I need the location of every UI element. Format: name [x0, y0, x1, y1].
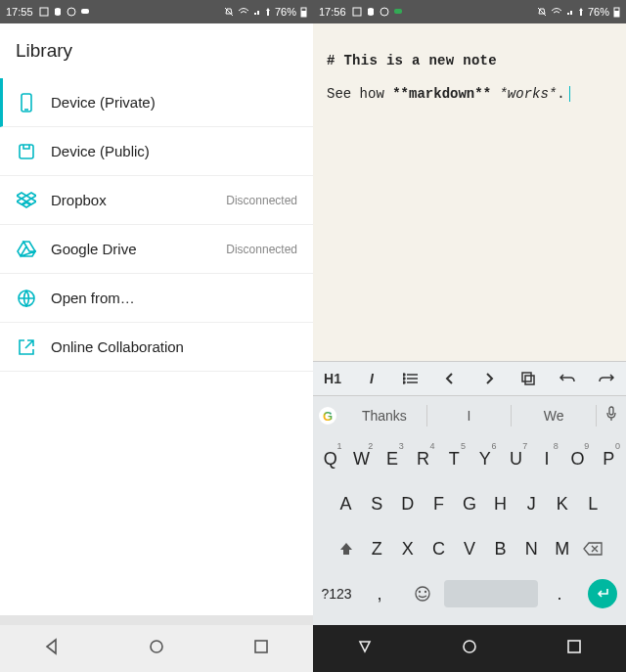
library-item-label: Online Collaboration	[51, 338, 297, 355]
key-space[interactable]	[444, 574, 538, 613]
key-symbols[interactable]: ?123	[315, 574, 358, 613]
signal-icon	[253, 7, 261, 17]
key-i[interactable]: 8I	[531, 439, 562, 478]
key-j[interactable]: J	[515, 484, 547, 523]
svg-point-1	[67, 8, 75, 16]
svg-point-25	[416, 587, 429, 601]
suggestion-3[interactable]: We	[512, 405, 597, 426]
evernote-icon	[366, 7, 376, 17]
status-time: 17:56	[319, 6, 346, 18]
svg-rect-10	[255, 641, 267, 652]
blank-bottom	[0, 615, 313, 625]
key-y[interactable]: 6Y	[470, 439, 501, 478]
toolbar-redo[interactable]	[587, 362, 626, 395]
google-search-icon[interactable]	[313, 407, 342, 425]
toolbar-italic[interactable]: I	[352, 362, 391, 395]
svg-rect-15	[614, 11, 619, 17]
android-nav-bar	[0, 625, 313, 672]
sync-icon	[67, 7, 76, 17]
sync-icon	[380, 7, 389, 17]
key-z[interactable]: Z	[361, 529, 392, 568]
toolbar-h1[interactable]: H1	[313, 362, 352, 395]
svg-rect-23	[525, 376, 534, 384]
nav-home[interactable]	[461, 638, 478, 659]
key-m[interactable]: M	[547, 529, 578, 568]
suggestion-1[interactable]: Thanks	[342, 405, 427, 426]
key-comma[interactable]: ,	[358, 574, 401, 613]
bell-off-icon	[537, 7, 547, 17]
svg-rect-11	[353, 8, 361, 16]
picture-icon	[352, 7, 362, 17]
status-left-icons	[352, 7, 403, 17]
nav-back[interactable]	[356, 638, 374, 659]
key-backspace[interactable]	[578, 529, 609, 568]
device-public-icon	[16, 141, 37, 162]
nav-recent[interactable]	[252, 638, 270, 659]
key-g[interactable]: G	[454, 484, 485, 523]
library-list: Device (Private) Device (Public) Dropbox…	[0, 78, 313, 372]
key-l[interactable]: L	[578, 484, 609, 523]
toolbar-prev[interactable]	[430, 362, 470, 395]
editor-italic: *works*	[499, 86, 557, 102]
library-item-label: Device (Private)	[51, 94, 297, 111]
svg-point-12	[380, 8, 388, 16]
editor-bold: **markdown**	[392, 86, 491, 102]
external-link-icon	[16, 336, 37, 358]
svg-point-20	[403, 378, 405, 380]
library-item-device-private[interactable]: Device (Private)	[0, 78, 313, 127]
library-item-open-from[interactable]: Open from…	[0, 274, 313, 323]
toolbar-copy[interactable]	[509, 362, 548, 395]
key-q[interactable]: 1Q	[315, 439, 346, 478]
blank-area	[0, 372, 313, 615]
library-item-google-drive[interactable]: Google Drive Disconnected	[0, 225, 313, 274]
key-p[interactable]: 0P	[593, 439, 624, 478]
library-item-dropbox[interactable]: Dropbox Disconnected	[0, 176, 313, 225]
library-item-device-public[interactable]: Device (Public)	[0, 127, 313, 176]
markdown-editor[interactable]: # This is a new note See how **markdown*…	[313, 23, 626, 361]
battery-percent: 76%	[588, 6, 609, 18]
key-n[interactable]: N	[515, 529, 547, 568]
nav-home[interactable]	[148, 638, 165, 659]
svg-rect-29	[568, 641, 580, 652]
key-row-1: 1Q 2W 3E 4R 5T 6Y 7U 8I 9O 0P	[315, 439, 624, 478]
suggestion-2[interactable]: I	[427, 405, 513, 426]
key-r[interactable]: 4R	[408, 439, 439, 478]
key-t[interactable]: 5T	[438, 439, 470, 478]
key-o[interactable]: 9O	[562, 439, 594, 478]
screen-editor: 17:56 76% # This is a new note See how *…	[313, 0, 626, 672]
key-f[interactable]: F	[424, 484, 455, 523]
toolbar-next[interactable]	[470, 362, 509, 395]
key-shift[interactable]	[331, 529, 362, 568]
toolbar-list[interactable]	[391, 362, 430, 395]
library-item-label: Device (Public)	[51, 143, 297, 159]
key-emoji[interactable]	[401, 574, 444, 613]
svg-point-28	[464, 641, 475, 652]
key-e[interactable]: 3E	[377, 439, 408, 478]
key-k[interactable]: K	[547, 484, 578, 523]
key-enter[interactable]	[581, 574, 624, 613]
library-item-label: Google Drive	[51, 241, 226, 257]
nav-recent[interactable]	[565, 638, 583, 659]
svg-point-21	[403, 381, 405, 383]
picture-icon	[39, 7, 49, 17]
key-a[interactable]: A	[331, 484, 362, 523]
mic-icon[interactable]	[597, 406, 626, 426]
key-v[interactable]: V	[454, 529, 485, 568]
svg-rect-2	[81, 9, 89, 14]
nav-back[interactable]	[43, 638, 61, 659]
key-h[interactable]: H	[485, 484, 516, 523]
key-s[interactable]: S	[361, 484, 392, 523]
battery-percent: 76%	[275, 6, 296, 18]
keyboard: 1Q 2W 3E 4R 5T 6Y 7U 8I 9O 0P A S D F G …	[313, 435, 626, 625]
key-w[interactable]: 2W	[346, 439, 378, 478]
key-u[interactable]: 7U	[501, 439, 532, 478]
key-period[interactable]: .	[538, 574, 581, 613]
library-item-online-collab[interactable]: Online Collaboration	[0, 323, 313, 372]
toolbar-undo[interactable]	[548, 362, 587, 395]
key-d[interactable]: D	[392, 484, 424, 523]
svg-point-19	[403, 374, 405, 376]
key-b[interactable]: B	[485, 529, 516, 568]
data-icon	[265, 7, 271, 17]
key-c[interactable]: C	[424, 529, 455, 568]
key-x[interactable]: X	[392, 529, 424, 568]
